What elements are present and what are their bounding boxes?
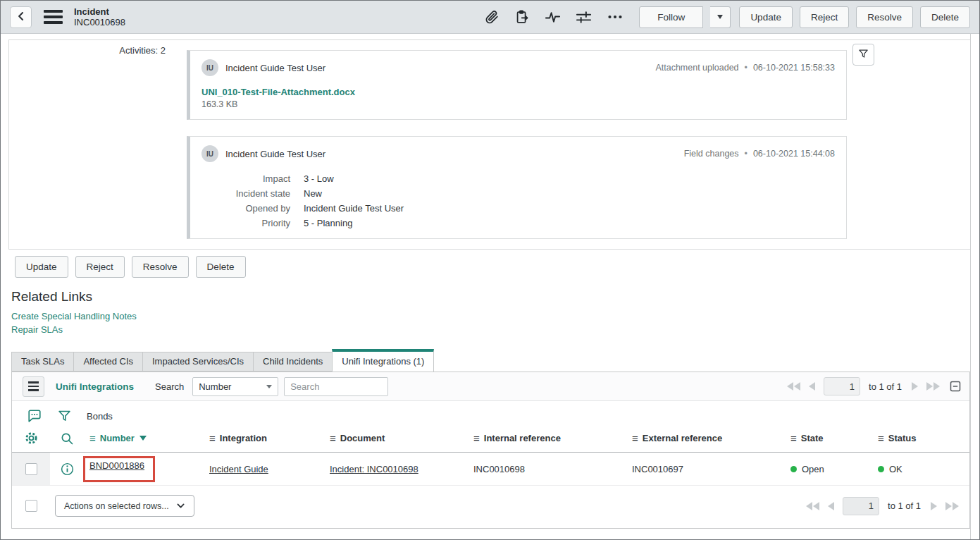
activities-label: Activities: 2 — [9, 40, 168, 249]
collapse-list-icon[interactable] — [950, 381, 961, 392]
integration-link[interactable]: Incident Guide — [209, 464, 268, 474]
tab-task-slas[interactable]: Task SLAs — [11, 352, 73, 372]
gear-icon[interactable] — [12, 431, 50, 446]
form-header-bar: Incident INC0010698 Follow Update Reject… — [1, 1, 979, 34]
page-number-input[interactable] — [843, 497, 879, 515]
follow-button[interactable]: Follow — [639, 6, 703, 28]
highlight-box: BND0001886 — [83, 456, 155, 482]
related-links-title: Related Links — [11, 289, 979, 305]
personalize-sliders-icon[interactable] — [576, 9, 592, 25]
bond-number-link[interactable]: BND0001886 — [89, 460, 144, 471]
unifi-integrations-panel: Unifi Integrations Search Number to 1 of… — [11, 372, 970, 529]
attachment-file-size: 163.3 KB — [201, 99, 835, 109]
column-menu-icon: ≡ — [89, 432, 96, 444]
column-header-document[interactable]: ≡Document — [324, 432, 468, 444]
column-menu-icon: ≡ — [790, 432, 797, 444]
follow-dropdown-button[interactable] — [710, 6, 731, 28]
field-value: New — [304, 188, 835, 199]
related-lists-tabbar: Task SLAs Affected CIs Impacted Services… — [11, 349, 979, 372]
reject-button[interactable]: Reject — [800, 6, 849, 28]
bullet-separator — [739, 63, 753, 73]
column-header-external-reference[interactable]: ≡External reference — [626, 432, 785, 444]
select-all-checkbox[interactable] — [25, 500, 37, 512]
last-page-icon[interactable] — [926, 382, 940, 391]
activity-stream: IU Incident Guide Test User Attachment u… — [187, 40, 847, 249]
column-header-number[interactable]: ≡Number — [84, 432, 204, 444]
status-value: OK — [872, 464, 969, 474]
tab-impacted-services-cis[interactable]: Impacted Services/CIs — [142, 352, 253, 372]
activity-timestamp: 06-10-2021 15:58:33 — [753, 63, 835, 73]
next-page-icon[interactable] — [931, 502, 937, 510]
column-menu-icon: ≡ — [209, 432, 216, 444]
content-right-divider — [970, 34, 971, 539]
next-page-icon[interactable] — [912, 382, 918, 391]
tab-affected-cis[interactable]: Affected CIs — [73, 352, 142, 372]
column-header-status[interactable]: ≡Status — [872, 432, 969, 444]
list-context-menu-icon[interactable] — [23, 376, 44, 397]
avatar: IU — [201, 59, 218, 76]
chevron-down-icon — [266, 385, 272, 388]
more-options-icon[interactable] — [607, 8, 624, 25]
state-dot-icon — [790, 466, 797, 472]
record-title: Incident INC0010698 — [74, 6, 125, 27]
activity-timestamp: 06-10-2021 15:44:08 — [753, 149, 835, 159]
field-label: Priority — [201, 218, 290, 228]
list-search-input[interactable] — [284, 377, 388, 396]
activities-section: Activities: 2 IU Incident Guide Test Use… — [8, 39, 971, 250]
search-icon[interactable] — [50, 431, 84, 446]
activity-card-attachment: IU Incident Guide Test User Attachment u… — [187, 50, 847, 120]
previous-page-icon[interactable] — [828, 502, 834, 510]
field-label: Opened by — [201, 203, 290, 214]
clipboard-export-icon[interactable] — [514, 9, 530, 25]
document-link[interactable]: Incident: INC0010698 — [330, 464, 418, 474]
related-links-section: Related Links Create Special Handling No… — [11, 289, 979, 334]
back-button[interactable] — [10, 6, 32, 28]
chevron-down-icon — [176, 501, 185, 510]
filter-funnel-icon[interactable] — [57, 409, 72, 424]
previous-page-icon[interactable] — [809, 382, 815, 391]
column-menu-icon: ≡ — [330, 432, 336, 444]
activity-event-type: Attachment uploaded — [655, 63, 738, 73]
reject-button[interactable]: Reject — [75, 256, 125, 278]
delete-button[interactable]: Delete — [920, 6, 970, 28]
first-page-icon[interactable] — [787, 382, 800, 391]
attachment-file-link[interactable]: UNI_010-Test-File-Attachment.docx — [201, 87, 355, 97]
info-icon[interactable] — [50, 462, 84, 477]
state-value: Open — [785, 464, 872, 474]
record-type: Incident — [74, 6, 125, 17]
record-number: INC0010698 — [74, 17, 125, 27]
delete-button[interactable]: Delete — [196, 256, 246, 278]
activity-stream-icon[interactable] — [545, 9, 561, 25]
funnel-icon — [857, 48, 869, 62]
page-range-label: to 1 of 1 — [869, 381, 902, 392]
tab-child-incidents[interactable]: Child Incidents — [253, 352, 332, 372]
column-header-internal-reference[interactable]: ≡Internal reference — [468, 432, 626, 444]
form-context-menu-icon[interactable] — [44, 10, 63, 24]
last-page-icon[interactable] — [945, 502, 959, 510]
row-checkbox[interactable] — [25, 463, 37, 475]
related-link-repair-slas[interactable]: Repair SLAs — [11, 325, 979, 334]
tab-unifi-integrations[interactable]: Unifi Integrations (1) — [332, 349, 434, 372]
list-group-row: Bonds — [12, 401, 969, 425]
column-header-state[interactable]: ≡State — [785, 432, 872, 444]
column-menu-icon: ≡ — [878, 432, 884, 444]
actions-on-selected-rows-select[interactable]: Actions on selected rows... — [55, 495, 194, 517]
activity-card-field-changes: IU Incident Guide Test User Field change… — [187, 136, 847, 239]
first-page-icon[interactable] — [806, 502, 819, 510]
column-header-integration[interactable]: ≡Integration — [204, 432, 324, 444]
page-number-input[interactable] — [824, 377, 860, 395]
resolve-button[interactable]: Resolve — [856, 6, 913, 28]
update-button[interactable]: Update — [15, 256, 68, 278]
status-dot-icon — [878, 466, 884, 472]
paperclip-icon[interactable] — [484, 9, 500, 25]
field-value: 5 - Planning — [304, 218, 835, 228]
update-button[interactable]: Update — [739, 6, 793, 28]
search-field-selected: Number — [199, 381, 231, 392]
resolve-button[interactable]: Resolve — [132, 256, 189, 278]
chevron-down-icon — [717, 15, 723, 19]
activity-filter-button[interactable] — [852, 44, 874, 66]
form-button-row: Update Reject Resolve Delete — [15, 256, 979, 278]
comments-icon[interactable] — [27, 408, 42, 424]
related-link-create-special-handling-notes[interactable]: Create Special Handling Notes — [11, 312, 979, 321]
search-field-select[interactable]: Number — [192, 377, 278, 396]
